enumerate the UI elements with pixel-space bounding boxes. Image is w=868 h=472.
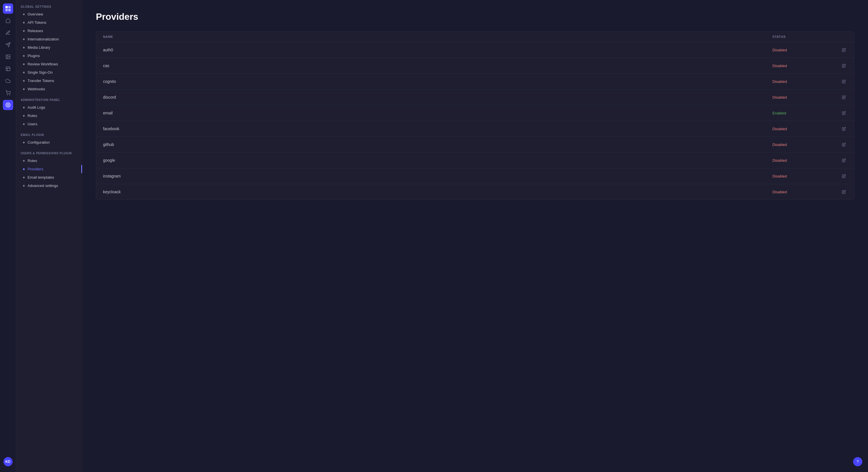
provider-name: email — [103, 111, 772, 115]
sidebar-item-roles-admin[interactable]: Roles — [16, 111, 82, 120]
sidebar-item-transfer-tokens[interactable]: Transfer Tokens — [16, 76, 82, 85]
edit-button[interactable] — [841, 126, 847, 132]
edit-button[interactable] — [841, 189, 847, 195]
table-row: auth0Disabled — [96, 42, 854, 58]
dot-icon — [23, 160, 25, 162]
logo-icon[interactable] — [3, 3, 13, 14]
edit-cell — [830, 63, 847, 69]
sidebar-item-plugins[interactable]: Plugins — [16, 52, 82, 60]
settings-icon[interactable] — [3, 100, 13, 110]
dot-icon — [23, 185, 25, 187]
edit-cell — [830, 47, 847, 53]
edit-button[interactable] — [841, 173, 847, 179]
sidebar-item-review-workflows[interactable]: Review Workflows — [16, 60, 82, 68]
provider-name: google — [103, 158, 772, 163]
edit-button[interactable] — [841, 63, 847, 69]
sidebar-item-media-library[interactable]: Media Library — [16, 43, 82, 52]
sidebar-item-releases[interactable]: Releases — [16, 27, 82, 35]
svg-rect-1 — [8, 6, 11, 8]
dot-icon — [23, 123, 25, 125]
pen-icon[interactable] — [3, 28, 13, 38]
cart-icon[interactable] — [3, 88, 13, 98]
svg-point-11 — [7, 95, 8, 95]
status-badge: Disabled — [772, 95, 830, 100]
table-body: auth0DisabledcasDisabledcognitoDisabledd… — [96, 42, 854, 200]
sidebar-item-roles-permissions[interactable]: Roles — [16, 157, 82, 165]
dot-icon — [23, 63, 25, 65]
edit-button[interactable] — [841, 110, 847, 116]
table-row: discordDisabled — [96, 90, 854, 105]
edit-cell — [830, 173, 847, 179]
provider-name: auth0 — [103, 47, 772, 52]
users-permissions-label: USERS & PERMISSIONS PLUGIN — [16, 146, 82, 157]
edit-cell — [830, 126, 847, 132]
sidebar-item-audit-logs[interactable]: Audit Logs — [16, 103, 82, 111]
dot-icon — [23, 80, 25, 82]
edit-button[interactable] — [841, 94, 847, 100]
dot-icon — [23, 88, 25, 90]
status-badge: Disabled — [772, 79, 830, 84]
cloud-icon[interactable] — [3, 76, 13, 86]
edit-button[interactable] — [841, 78, 847, 85]
help-button[interactable]: ? — [853, 457, 862, 466]
table-row: emailEnabled — [96, 105, 854, 121]
table-row: googleDisabled — [96, 153, 854, 168]
svg-point-7 — [7, 56, 7, 56]
table-row: githubDisabled — [96, 137, 854, 153]
dot-icon — [23, 177, 25, 178]
main-content: Providers NAME STATUS auth0DisabledcasDi… — [82, 0, 868, 472]
layout-icon[interactable] — [3, 64, 13, 74]
edit-button[interactable] — [841, 157, 847, 164]
sidebar-item-users[interactable]: Users — [16, 120, 82, 128]
status-badge: Disabled — [772, 142, 830, 147]
provider-name: discord — [103, 95, 772, 100]
provider-name: facebook — [103, 127, 772, 131]
table-row: facebookDisabled — [96, 121, 854, 137]
sidebar-item-configuration[interactable]: Configuration — [16, 138, 82, 146]
dot-icon — [23, 107, 25, 108]
providers-table: NAME STATUS auth0DisabledcasDisabledcogn… — [96, 31, 854, 200]
sidebar-item-webhooks[interactable]: Webhooks — [16, 85, 82, 93]
media-icon[interactable] — [3, 52, 13, 62]
send-icon[interactable] — [3, 40, 13, 50]
global-settings-label: GLOBAL SETTINGS — [16, 0, 82, 10]
dot-icon — [23, 30, 25, 32]
sidebar-item-internationalization[interactable]: Internationalization — [16, 35, 82, 43]
user-avatar[interactable]: KD — [3, 457, 12, 466]
sidebar-item-overview[interactable]: Overview — [16, 10, 82, 19]
status-badge: Disabled — [772, 174, 830, 178]
dot-icon — [23, 168, 25, 170]
edit-button[interactable] — [841, 141, 847, 148]
dot-icon — [23, 47, 25, 48]
home-icon[interactable] — [3, 15, 13, 26]
provider-name: keycloack — [103, 190, 772, 194]
dot-icon — [23, 13, 25, 15]
sidebar-item-advanced-settings[interactable]: Advanced settings — [16, 181, 82, 190]
dot-icon — [23, 115, 25, 117]
column-status: STATUS — [772, 35, 830, 38]
sidebar-item-providers[interactable]: Providers — [16, 165, 82, 173]
provider-name: github — [103, 142, 772, 147]
admin-panel-label: ADMINISTRATION PANEL — [16, 93, 82, 103]
table-row: cognitoDisabled — [96, 74, 854, 90]
dot-icon — [23, 55, 25, 57]
edit-cell — [830, 189, 847, 195]
sidebar-item-email-templates[interactable]: Email templates — [16, 173, 82, 181]
provider-name: cognito — [103, 79, 772, 84]
sidebar-item-single-sign-on[interactable]: Single Sign-On — [16, 68, 82, 76]
edit-button[interactable] — [841, 47, 847, 53]
page-title: Providers — [96, 11, 854, 22]
provider-name: cas — [103, 63, 772, 68]
edit-cell — [830, 110, 847, 116]
sidebar-item-api-tokens[interactable]: API Tokens — [16, 19, 82, 27]
dot-icon — [23, 72, 25, 73]
email-plugin-label: EMAIL PLUGIN — [16, 128, 82, 138]
status-badge: Disabled — [772, 190, 830, 194]
table-row: instagramDisabled — [96, 168, 854, 184]
svg-point-12 — [9, 95, 10, 95]
edit-cell — [830, 157, 847, 164]
svg-rect-8 — [6, 67, 10, 71]
status-badge: Disabled — [772, 158, 830, 163]
table-header: NAME STATUS — [96, 32, 854, 42]
table-row: keycloackDisabled — [96, 184, 854, 200]
